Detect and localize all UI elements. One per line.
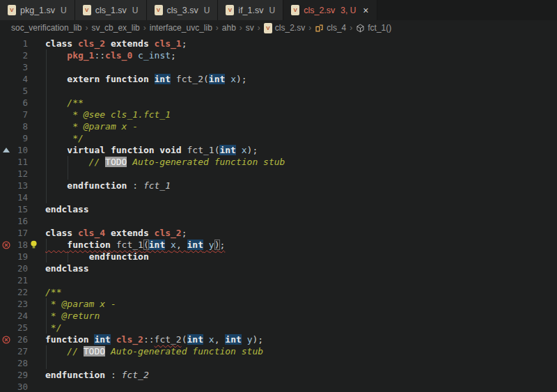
code-line-content[interactable]: endclass [28,262,89,274]
line-number[interactable]: 8 [13,120,28,132]
code-line: 13 endfunction : fct_1 [0,180,557,191]
code-line-content[interactable]: function int cls_2::fct_2(int x, int y); [28,334,263,345]
code-token: virtual function void [67,145,187,155]
code-line-content[interactable]: endfunction [28,251,149,262]
line-number[interactable]: 24 [13,310,28,322]
breadcrumb-separator: › [143,23,146,33]
line-number[interactable]: 9 [13,132,28,144]
code-editor[interactable]: 1class cls_2 extends cls_1;2 pkg_1::cls_… [0,36,557,392]
line-number[interactable]: 1 [13,38,28,49]
code-token: pkg_1 [67,50,94,61]
code-line-content[interactable]: class cls_2 extends cls_1; [28,38,187,49]
breadcrumb-item-cls_2.sv[interactable]: cls_2.sv [264,23,305,33]
code-line-content[interactable]: * @see cls_1.fct_1 [28,109,171,120]
code-line-content[interactable] [28,168,45,180]
code-line-content[interactable]: // TODO Auto-generated function stub [28,345,263,357]
breadcrumb-item-soc_verification_lib[interactable]: soc_verification_lib [11,23,81,33]
code-token [45,74,67,84]
code-line-content[interactable]: * @return [28,310,100,322]
code-token: fct_2 [176,74,203,84]
line-number[interactable]: 3 [13,61,28,73]
tab-cls_1.sv[interactable]: cls_1.svU [75,0,147,20]
override-indicator-icon[interactable] [3,148,10,152]
code-line-content[interactable] [28,274,45,286]
code-line-content[interactable] [28,215,45,227]
breadcrumb-item-ahb[interactable]: ahb [222,23,236,33]
code-line-content[interactable]: function fct_1(int x, int y); [28,239,225,251]
line-number[interactable]: 2 [13,49,28,61]
line-number[interactable]: 27 [13,345,28,357]
tab-cls_2.sv[interactable]: cls_2.sv3, U× [283,0,377,20]
breadcrumb-separator: › [308,23,311,33]
code-line-content[interactable]: * @param x - [28,120,138,132]
code-token: ); [247,145,258,155]
code-token: x [171,240,176,250]
breadcrumb-item-sv_cb_ex_lib[interactable]: sv_cb_ex_lib [91,23,139,33]
code-line-content[interactable]: * @param x - [28,298,116,310]
code-line-content[interactable]: virtual function void fct_1(int x); [28,144,258,156]
code-line-content[interactable]: /** [28,286,61,298]
line-number[interactable]: 4 [13,73,28,85]
code-line-content[interactable]: */ [28,132,84,144]
line-number[interactable]: 11 [13,156,28,168]
line-number[interactable]: 14 [13,191,28,203]
code-line-content[interactable]: class cls_4 extends cls_2; [28,227,187,239]
line-number[interactable]: 19 [13,251,28,262]
line-number[interactable]: 30 [13,381,28,392]
code-line-content[interactable]: /** [28,97,84,109]
line-number[interactable]: 25 [13,322,28,334]
line-number[interactable]: 28 [13,357,28,369]
code-token: , [176,240,187,250]
tab-if_1.sv[interactable]: if_1.svU [218,0,283,20]
line-number[interactable]: 12 [13,168,28,180]
line-number[interactable]: 6 [13,97,28,109]
code-token: * @see cls_1.fct_1 [45,109,171,120]
code-line-content[interactable]: extern function int fct_2(int x); [28,73,247,85]
code-line-content[interactable]: endfunction : fct_1 [28,180,171,191]
code-token: :: [94,50,105,61]
systemverilog-file-icon [155,5,163,15]
code-line-content[interactable] [28,61,45,73]
line-number[interactable]: 21 [13,274,28,286]
code-line-content[interactable] [28,357,45,369]
line-number[interactable]: 26 [13,334,28,345]
close-icon[interactable]: × [363,6,368,15]
code-token: */ [45,133,84,143]
lightbulb-icon[interactable] [30,240,38,249]
line-number[interactable]: 17 [13,227,28,239]
code-line-content[interactable]: */ [28,322,61,334]
line-number[interactable]: 15 [13,203,28,215]
code-line-content[interactable] [28,85,45,97]
breadcrumb-item-interface_uvc_lib[interactable]: interface_uvc_lib [150,23,212,33]
code-line-content[interactable]: endfunction : fct_2 [28,369,149,381]
breadcrumb-label: interface_uvc_lib [150,23,212,33]
line-number[interactable]: 23 [13,298,28,310]
breadcrumb-item-sv[interactable]: sv [246,23,254,33]
code-token: int [187,240,203,250]
line-number[interactable]: 22 [13,286,28,298]
tab-pkg_1.sv[interactable]: pkg_1.svU [0,0,75,20]
code-line-content[interactable]: // TODO Auto-generated function stub [28,156,285,168]
line-number[interactable]: 29 [13,369,28,381]
code-line: 5 [0,85,557,97]
code-line-content[interactable] [28,191,45,203]
code-line: 22/** [0,286,557,298]
code-line-content[interactable]: pkg_1::cls_0 c_inst; [28,49,176,61]
code-line: 19 endfunction [0,251,557,262]
tab-label: pkg_1.sv [20,6,55,15]
breadcrumb-label: cls_4 [327,23,346,33]
line-number[interactable]: 5 [13,85,28,97]
line-number[interactable]: 7 [13,109,28,120]
line-number[interactable]: 20 [13,262,28,274]
breadcrumb-item-fct_1[interactable]: fct_1() [356,23,391,33]
tab-status-badge: U [204,6,210,15]
breadcrumb-item-cls_4[interactable]: cls_4 [315,23,346,33]
line-number[interactable]: 18 [13,239,28,251]
breadcrumb-separator: › [258,23,260,33]
line-number[interactable]: 10 [13,144,28,156]
code-line-content[interactable] [28,381,45,392]
line-number[interactable]: 16 [13,215,28,227]
code-line-content[interactable]: endclass [28,203,89,215]
tab-cls_3.sv[interactable]: cls_3.svU [147,0,219,20]
line-number[interactable]: 13 [13,180,28,191]
